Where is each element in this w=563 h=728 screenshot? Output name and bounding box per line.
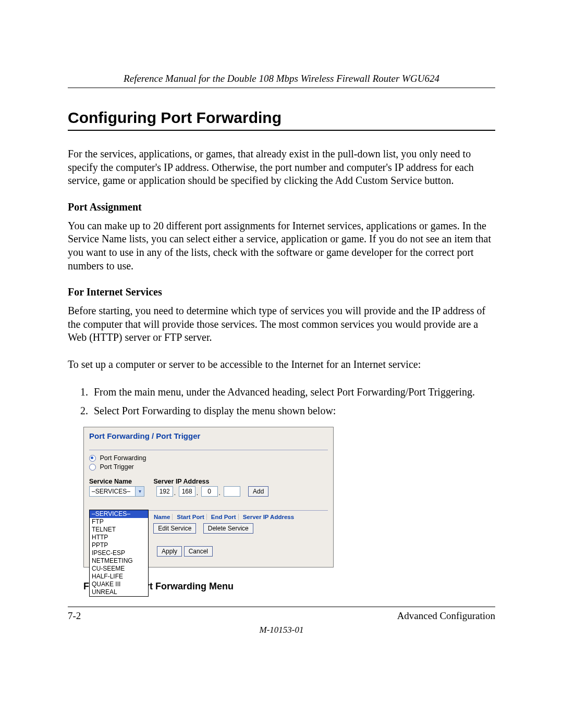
- dropdown-option[interactable]: IPSEC-ESP: [90, 549, 148, 557]
- section-title: Configuring Port Forwarding: [68, 109, 495, 127]
- panel-title-rule: [89, 450, 328, 450]
- ip-octet-2[interactable]: 168: [179, 486, 195, 497]
- delete-service-button[interactable]: Delete Service: [203, 523, 253, 534]
- chevron-down-icon: ▾: [135, 487, 144, 496]
- label-server-ip: Server IP Address: [153, 478, 209, 485]
- service-dropdown-list[interactable]: –SERVICES– FTP TELNET HTTP PPTP IPSEC-ES…: [89, 510, 149, 597]
- radio-dot-icon: [89, 455, 96, 462]
- dropdown-option[interactable]: QUAKE III: [90, 581, 148, 588]
- label-service-name: Service Name: [89, 478, 152, 485]
- add-button[interactable]: Add: [248, 486, 268, 497]
- th-start-port: Start Port: [175, 514, 206, 520]
- footer-section-name: Advanced Configuration: [397, 610, 495, 622]
- ip-octet-1[interactable]: 192: [156, 486, 173, 497]
- footer-rule: [68, 607, 495, 607]
- ip-octet-3[interactable]: 0: [201, 486, 218, 497]
- edit-service-button[interactable]: Edit Service: [153, 523, 196, 534]
- step-1: From the main menu, under the Advanced h…: [91, 385, 495, 399]
- port-table-header: Name Start Port End Port Server IP Addre…: [152, 514, 328, 520]
- cancel-button[interactable]: Cancel: [184, 546, 213, 557]
- subhead-internet-services: For Internet Services: [68, 286, 495, 298]
- th-server-ip: Server IP Address: [241, 514, 296, 520]
- service-select[interactable]: –SERVICES– ▾: [89, 486, 144, 497]
- ip-octet-4[interactable]: [224, 486, 240, 497]
- panel-title: Port Forwarding / Port Trigger: [89, 431, 328, 440]
- radio-label-trigger: Port Trigger: [100, 463, 133, 471]
- subhead-port-assignment: Port Assignment: [68, 201, 495, 213]
- dropdown-option[interactable]: FTP: [90, 518, 148, 526]
- dropdown-option[interactable]: PPTP: [90, 541, 148, 549]
- radio-dot-icon: [89, 464, 96, 471]
- header-rule: [68, 88, 495, 88]
- radio-port-forwarding[interactable]: Port Forwarding: [89, 454, 328, 462]
- dropdown-option[interactable]: CU-SEEME: [90, 565, 148, 573]
- th-end-port: End Port: [209, 514, 239, 520]
- apply-button[interactable]: Apply: [157, 546, 182, 557]
- document-number: M-10153-01: [68, 625, 495, 635]
- dropdown-option[interactable]: TELNET: [90, 526, 148, 534]
- dropdown-option[interactable]: HALF-LIFE: [90, 573, 148, 581]
- service-select-value: –SERVICES–: [92, 488, 130, 495]
- step-2: Select Port Forwarding to display the me…: [91, 404, 495, 417]
- router-screenshot: Port Forwarding / Port Trigger Port Forw…: [83, 427, 334, 567]
- dropdown-option[interactable]: HTTP: [90, 534, 148, 541]
- internet-services-paragraph-1: Before starting, you need to determine w…: [68, 304, 495, 344]
- radio-label-forwarding: Port Forwarding: [100, 454, 146, 462]
- running-header: Reference Manual for the Double 108 Mbps…: [68, 73, 495, 84]
- port-assignment-paragraph: You can make up to 20 different port ass…: [68, 219, 495, 273]
- intro-paragraph: For the services, applications, or games…: [68, 147, 495, 188]
- steps-list: From the main menu, under the Advanced h…: [68, 385, 495, 417]
- title-rule: [68, 130, 495, 131]
- page-number: 7-2: [68, 610, 81, 622]
- th-name: Name: [152, 514, 173, 520]
- dropdown-option[interactable]: –SERVICES–: [90, 510, 148, 518]
- internet-services-paragraph-2: To set up a computer or server to be acc…: [68, 358, 495, 372]
- dropdown-option[interactable]: NETMEETING: [90, 557, 148, 565]
- dropdown-option[interactable]: UNREAL: [90, 588, 148, 596]
- radio-port-trigger[interactable]: Port Trigger: [89, 463, 328, 471]
